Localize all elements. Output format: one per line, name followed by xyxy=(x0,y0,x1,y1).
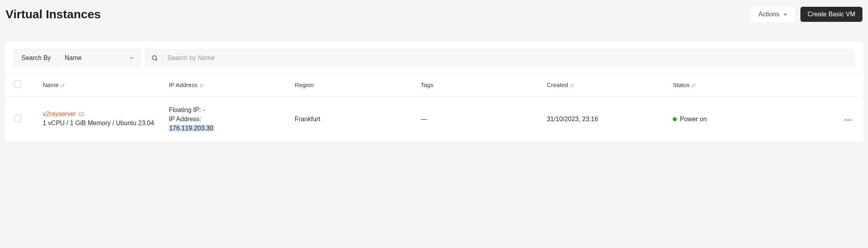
chevron-down-icon xyxy=(129,55,134,61)
search-input-wrap xyxy=(145,49,854,67)
svg-point-0 xyxy=(152,56,157,60)
header-actions: Actions Create Basic VM xyxy=(751,6,862,22)
sort-icon: ↓↑ xyxy=(60,82,64,88)
search-by-box: Search By Name xyxy=(14,49,141,67)
search-by-select[interactable]: Name xyxy=(58,54,141,62)
row-checkbox[interactable] xyxy=(14,115,21,122)
status-text: Power on xyxy=(680,116,707,123)
search-by-label: Search By xyxy=(14,50,58,66)
col-region: Region xyxy=(290,74,416,97)
status-dot-icon xyxy=(673,117,677,121)
search-input[interactable] xyxy=(167,54,848,62)
search-icon xyxy=(151,54,158,62)
col-status[interactable]: Status↓↑ xyxy=(668,74,824,97)
select-all-checkbox[interactable] xyxy=(14,81,21,88)
row-actions-button[interactable] xyxy=(842,117,854,123)
id-badge-icon: ID xyxy=(78,112,84,116)
instance-spec: 1 vCPU / 1 GiB Memory / Ubuntu 23.04 xyxy=(43,118,159,128)
sort-icon: ↓↑ xyxy=(199,82,203,88)
actions-button-label: Actions xyxy=(758,11,779,18)
search-by-value: Name xyxy=(65,54,82,62)
floating-ip: Floating IP: - xyxy=(169,105,285,114)
instances-table: Name↓↑ IP Address↓↑ Region Tags Created↓… xyxy=(4,73,864,142)
svg-line-1 xyxy=(156,59,157,60)
ip-block: Floating IP: - IP Address: 176.119.203.3… xyxy=(169,105,285,133)
filter-bar: Search By Name xyxy=(4,49,864,73)
status-badge: Power on xyxy=(673,116,707,123)
create-vm-button[interactable]: Create Basic VM xyxy=(800,7,862,22)
divider xyxy=(162,54,163,62)
col-tags: Tags xyxy=(416,74,542,97)
page-title: Virtual Instances xyxy=(6,8,101,21)
sort-icon: ↓↑ xyxy=(691,82,695,88)
instance-name-link[interactable]: v2rayserver ID xyxy=(43,110,85,118)
created-cell: 31/10/2023, 23:16 xyxy=(542,97,668,142)
region-cell: Frankfurt xyxy=(290,97,416,142)
ip-address-label: IP Address: xyxy=(169,114,285,124)
chevron-down-icon xyxy=(783,12,788,17)
col-created[interactable]: Created↓↑ xyxy=(542,74,668,97)
ip-address-value[interactable]: 176.119.203.30 xyxy=(169,125,214,132)
actions-button[interactable]: Actions xyxy=(751,6,795,22)
tags-cell: — xyxy=(416,97,542,142)
table-row: v2rayserver ID 1 vCPU / 1 GiB Memory / U… xyxy=(4,97,864,142)
sort-icon: ↓↑ xyxy=(570,82,574,88)
instance-name: v2rayserver xyxy=(43,110,76,118)
instances-card: Search By Name Name↓↑ IP Address↓↑ Regio… xyxy=(4,41,864,143)
col-name[interactable]: Name↓↑ xyxy=(38,74,164,97)
col-ip[interactable]: IP Address↓↑ xyxy=(164,74,290,97)
